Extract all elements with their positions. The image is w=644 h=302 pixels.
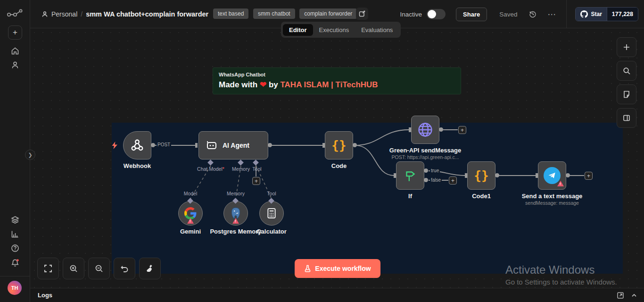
- ai-agent-output-port[interactable]: [268, 143, 272, 147]
- help-icon[interactable]: [11, 244, 19, 252]
- sticky-made-with: Made with: [219, 80, 257, 89]
- if-false-add-node-button[interactable]: +: [449, 176, 457, 185]
- fit-view-icon: [44, 264, 52, 273]
- node-label-calculator: Calculator: [256, 228, 287, 235]
- sticky-body: Made with ❤ by TAHA ISLAM | TiTechHUB: [219, 80, 455, 90]
- chevron-up-icon[interactable]: [631, 292, 637, 299]
- execute-workflow-button[interactable]: Execute workflow: [295, 259, 380, 278]
- search-nodes-button[interactable]: [617, 61, 636, 81]
- notifications-bell-icon[interactable]: [11, 259, 19, 267]
- edit-tags-button[interactable]: [356, 8, 368, 20]
- personal-projects-icon[interactable]: [11, 61, 19, 69]
- add-node-button[interactable]: [617, 37, 636, 57]
- sticky-note[interactable]: WhatsApp Chatbot Made with ❤ by TAHA ISL…: [213, 67, 461, 94]
- activation-toggle[interactable]: [427, 9, 446, 19]
- node-label-gemini: Gemini: [180, 228, 201, 235]
- if-true-output-port[interactable]: [424, 168, 428, 173]
- github-star-widget[interactable]: Star 177,228: [575, 7, 638, 21]
- node-if[interactable]: [396, 161, 424, 190]
- node-ai-agent[interactable]: AI Agent: [198, 131, 268, 159]
- code-output-port[interactable]: [353, 143, 357, 147]
- tag[interactable]: smm chatbot: [253, 8, 295, 19]
- watermark-line2: Go to Settings to activate Windows.: [505, 278, 617, 286]
- tab-evaluations[interactable]: Evaluations: [355, 24, 399, 36]
- undo-button[interactable]: [114, 258, 135, 279]
- ai-agent-chatmodel-label: Chat Model*: [197, 166, 224, 172]
- greenapi-input-port: [409, 127, 411, 132]
- telegram-warning-icon: [557, 181, 564, 186]
- tab-editor[interactable]: Editor: [283, 24, 313, 36]
- breadcrumb-project[interactable]: Personal: [51, 10, 77, 18]
- search-icon: [623, 67, 630, 75]
- tag[interactable]: complain forworder: [299, 8, 357, 19]
- telegram-output-port[interactable]: [566, 173, 570, 177]
- home-icon[interactable]: [11, 47, 19, 55]
- user-avatar[interactable]: TH: [8, 281, 22, 295]
- gemini-port-label: Model: [184, 191, 198, 196]
- tidy-up-button[interactable]: [139, 258, 161, 279]
- person-icon: [41, 11, 48, 17]
- toggle-knob: [428, 10, 436, 18]
- execute-workflow-label: Execute workflow: [315, 265, 371, 272]
- workflow-title[interactable]: smm WA chatbot+complain forwarder: [86, 10, 208, 18]
- if-false-label: false: [430, 177, 442, 183]
- tab-executions[interactable]: Executions: [313, 24, 355, 36]
- share-button[interactable]: Share: [456, 8, 487, 21]
- n8n-workflow-editor: WhatsApp Chatbot Made with ❤ by TAHA ISL…: [0, 0, 644, 302]
- github-star-button[interactable]: Star: [576, 8, 606, 21]
- telegram-add-node-button[interactable]: +: [585, 172, 593, 180]
- telegram-input-port: [536, 173, 538, 178]
- node-webhook[interactable]: [123, 131, 151, 159]
- calculator-port-label: Tool: [267, 191, 276, 196]
- sticky-credit-link[interactable]: TAHA ISLAM | TiTechHUB: [280, 80, 378, 89]
- header-divider: [566, 0, 567, 28]
- history-icon[interactable]: [528, 10, 537, 18]
- add-tool-button[interactable]: +: [252, 177, 260, 185]
- add-sticky-note-button[interactable]: [617, 84, 636, 104]
- zoom-in-icon: [69, 264, 78, 273]
- greenapi-add-node-button[interactable]: +: [458, 126, 466, 134]
- zoom-in-button[interactable]: [63, 258, 84, 279]
- code1-output-port[interactable]: [495, 173, 499, 177]
- node-label-webhook: Webhook: [124, 162, 151, 169]
- node-code[interactable]: {}: [325, 131, 353, 159]
- github-star-count[interactable]: 177,228: [607, 8, 638, 21]
- node-calculator[interactable]: [259, 201, 284, 226]
- windows-activation-watermark: Activate Windows Go to Settings to activ…: [505, 263, 617, 286]
- breadcrumb-separator: /: [81, 10, 83, 18]
- node-label-green-api: Green-API sendMessage: [389, 147, 461, 154]
- open-logs-popout-icon[interactable]: [617, 292, 624, 299]
- activation-status-label: Inactive: [400, 11, 422, 18]
- webhook-icon: [130, 138, 144, 152]
- zoom-out-button[interactable]: [88, 258, 110, 279]
- sticky-title: WhatsApp Chatbot: [219, 72, 455, 77]
- webhook-output-port[interactable]: [151, 143, 155, 147]
- insights-icon[interactable]: [11, 230, 19, 238]
- logs-panel-header[interactable]: Logs: [30, 288, 644, 302]
- ai-agent-memory-label: Memory: [232, 166, 250, 172]
- toggle-panel-button[interactable]: [617, 108, 636, 128]
- sticky-note-icon: [623, 91, 630, 98]
- gemini-warning-icon: [187, 218, 194, 224]
- node-label-code1: Code1: [472, 193, 491, 200]
- greenapi-output-port[interactable]: [439, 127, 443, 132]
- node-code1[interactable]: {}: [467, 161, 495, 190]
- workflow-tags: text based smm chatbot complain forworde…: [213, 8, 360, 19]
- node-label-code: Code: [331, 162, 347, 169]
- tag[interactable]: text based: [213, 8, 248, 19]
- trigger-bolt-icon: [111, 142, 118, 149]
- heart-icon: ❤: [260, 80, 266, 89]
- node-subtitle-telegram: sendMessage: message: [525, 200, 579, 206]
- node-subtitle-green-api: POST: https://api.green-api.c...: [392, 154, 459, 160]
- github-star-label: Star: [591, 11, 602, 17]
- if-false-output-port[interactable]: [424, 178, 428, 182]
- node-green-api[interactable]: [411, 116, 439, 144]
- more-actions-button[interactable]: ⋯: [547, 9, 556, 19]
- expand-sidebar-button[interactable]: ❯: [25, 150, 35, 160]
- postgres-port-label: Memory: [227, 191, 245, 196]
- zoom-to-fit-button[interactable]: [37, 258, 59, 279]
- templates-icon[interactable]: [11, 216, 19, 224]
- undo-icon: [120, 264, 129, 273]
- zoom-out-icon: [95, 264, 103, 273]
- create-new-button[interactable]: +: [8, 25, 22, 40]
